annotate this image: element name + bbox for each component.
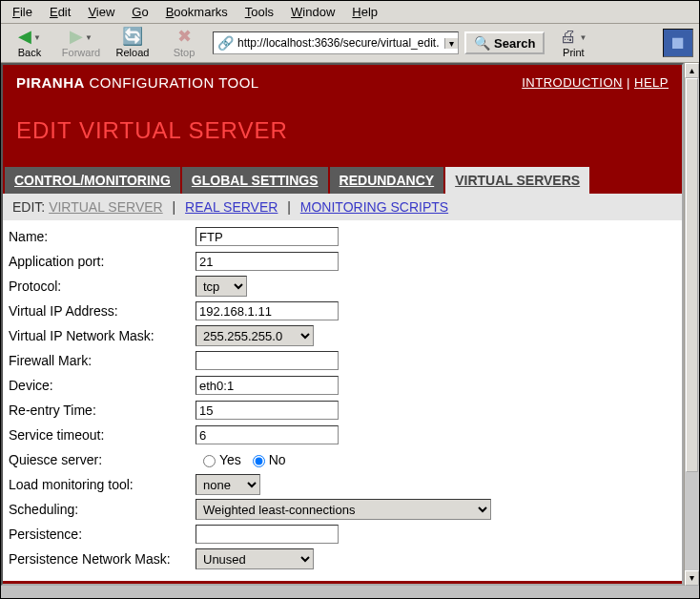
link-help[interactable]: HELP — [634, 75, 669, 90]
page-title: EDIT VIRTUAL SERVER — [3, 102, 682, 167]
label-vip: Virtual IP Address: — [9, 303, 196, 319]
search-icon: 🔍 — [474, 35, 490, 51]
reload-button[interactable]: 🔄 Reload — [110, 28, 155, 58]
input-timeout[interactable] — [196, 425, 339, 444]
form-area: Name: Application port: Protocol: tcp Vi… — [3, 220, 682, 581]
reload-icon: 🔄 — [122, 28, 143, 47]
brand-subtitle: CONFIGURATION TOOL — [85, 74, 259, 91]
label-loadmon: Load monitoring tool: — [9, 477, 196, 492]
label-fwmark: Firewall Mark: — [9, 353, 196, 368]
menubar: File Edit View Go Bookmarks Tools Window… — [1, 1, 699, 24]
subtab-virtual-server[interactable]: VIRTUAL SERVER — [49, 199, 163, 215]
select-loadmon[interactable]: none — [196, 474, 260, 495]
label-persistence: Persistence: — [9, 527, 196, 542]
main-tabs: CONTROL/MONITORING GLOBAL SETTINGS REDUN… — [3, 167, 682, 194]
label-app-port: Application port: — [9, 254, 196, 269]
sub-tabs: EDIT: VIRTUAL SERVER | REAL SERVER | MON… — [3, 194, 682, 220]
label-reentry: Re-entry Time: — [9, 403, 196, 418]
label-quiesce-no: No — [269, 452, 286, 467]
input-device[interactable] — [196, 376, 339, 395]
label-protocol: Protocol: — [9, 279, 196, 294]
label-timeout: Service timeout: — [9, 427, 196, 443]
scroll-up-arrow[interactable]: ▴ — [685, 63, 699, 78]
url-bar[interactable]: 🔗 http://localhost:3636/secure/virtual_e… — [213, 31, 459, 54]
menu-window[interactable]: Window — [283, 3, 342, 21]
menu-help[interactable]: Help — [344, 3, 385, 21]
stop-label: Stop — [174, 47, 196, 58]
vertical-scrollbar[interactable]: ▴ ▾ — [684, 63, 699, 586]
scroll-thumb[interactable] — [686, 78, 698, 472]
select-protocol[interactable]: tcp — [196, 276, 247, 297]
label-pmask: Persistence Network Mask: — [9, 551, 196, 567]
search-button[interactable]: 🔍 Search — [464, 31, 545, 54]
subtab-real-server[interactable]: REAL SERVER — [185, 199, 278, 215]
label-name: Name: — [9, 229, 196, 244]
input-app-port[interactable] — [196, 252, 339, 271]
back-label: Back — [18, 47, 41, 58]
toolbar: ◀▼ Back ▶▼ Forward 🔄 Reload ✖ Stop 🔗 htt… — [1, 24, 699, 63]
menu-tools[interactable]: Tools — [237, 3, 281, 21]
label-quiesce: Quiesce server: — [9, 452, 196, 467]
label-device: Device: — [9, 378, 196, 393]
stop-button[interactable]: ✖ Stop — [161, 28, 207, 58]
header-links: INTRODUCTION | HELP — [522, 75, 669, 90]
input-persistence[interactable] — [196, 525, 339, 544]
menu-bookmarks[interactable]: Bookmarks — [158, 3, 236, 21]
label-vmask: Virtual IP Network Mask: — [9, 328, 196, 343]
subtab-monitoring-scripts[interactable]: MONITORING SCRIPTS — [300, 199, 448, 215]
url-dropdown[interactable]: ▾ — [444, 38, 458, 49]
select-scheduling[interactable]: Weighted least-connections — [196, 499, 491, 520]
scroll-track[interactable] — [685, 78, 699, 570]
print-icon: 🖨 — [560, 28, 577, 47]
input-reentry[interactable] — [196, 401, 339, 420]
content-area: PIRANHA CONFIGURATION TOOL INTRODUCTION … — [1, 63, 699, 586]
tab-redundancy[interactable]: REDUNDANCY — [330, 167, 444, 194]
radio-quiesce-yes[interactable] — [203, 455, 216, 467]
menu-go[interactable]: Go — [124, 3, 155, 21]
back-icon: ◀ — [18, 28, 31, 47]
search-label: Search — [494, 36, 535, 51]
tab-virtual-servers[interactable]: VIRTUAL SERVERS — [445, 167, 589, 194]
select-vmask[interactable]: 255.255.255.0 — [196, 325, 314, 346]
scroll-down-arrow[interactable]: ▾ — [685, 570, 699, 586]
subtab-label: EDIT: — [12, 199, 45, 215]
forward-icon: ▶ — [70, 28, 83, 47]
reload-label: Reload — [116, 47, 150, 58]
throbber-icon: ⏹ — [663, 29, 693, 57]
tab-control-monitoring[interactable]: CONTROL/MONITORING — [5, 167, 180, 194]
back-button[interactable]: ◀▼ Back — [7, 28, 52, 58]
print-button[interactable]: 🖨▼ Print — [550, 28, 596, 58]
input-name[interactable] — [196, 227, 339, 246]
piranha-header: PIRANHA CONFIGURATION TOOL INTRODUCTION … — [3, 65, 682, 102]
piranha-page: PIRANHA CONFIGURATION TOOL INTRODUCTION … — [3, 65, 682, 584]
menu-file[interactable]: File — [5, 3, 40, 21]
select-pmask[interactable]: Unused — [196, 548, 314, 569]
label-quiesce-yes: Yes — [219, 452, 241, 467]
input-vip[interactable] — [196, 301, 339, 320]
label-scheduling: Scheduling: — [9, 502, 196, 517]
link-introduction[interactable]: INTRODUCTION — [522, 75, 623, 90]
forward-label: Forward — [62, 47, 100, 58]
menu-edit[interactable]: Edit — [42, 3, 78, 21]
menu-view[interactable]: View — [80, 3, 122, 21]
browser-viewport: PIRANHA CONFIGURATION TOOL INTRODUCTION … — [1, 63, 684, 586]
brand-text: PIRANHA — [16, 74, 85, 91]
globe-icon: 🔗 — [214, 35, 237, 51]
stop-icon: ✖ — [177, 28, 192, 47]
input-fwmark[interactable] — [196, 351, 339, 370]
forward-button[interactable]: ▶▼ Forward — [58, 28, 104, 58]
url-text: http://localhost:3636/secure/virtual_edi… — [237, 36, 444, 50]
radio-quiesce-no[interactable] — [253, 455, 265, 467]
print-label: Print — [563, 47, 585, 58]
tab-global-settings[interactable]: GLOBAL SETTINGS — [182, 167, 328, 194]
